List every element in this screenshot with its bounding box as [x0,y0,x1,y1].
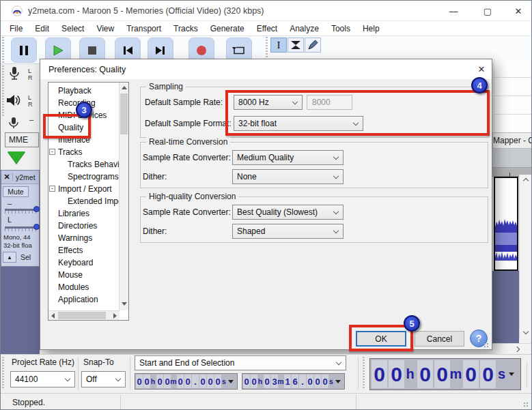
vertical-scrollbar[interactable] [519,175,532,338]
loop-icon [232,45,246,56]
cancel-button[interactable]: Cancel [415,331,464,347]
time-format-dropdown-icon[interactable] [334,374,342,389]
tree-scroll-right-icon[interactable] [113,313,117,319]
tree-item-mouse[interactable]: Mouse [48,269,128,281]
track-control-panel: ✕ y2met Mute – L Mono, 44 32-bit floa ▲ … [1,170,40,267]
time-format-dropdown-icon[interactable] [507,359,516,390]
select-button-partial[interactable]: Sel [20,253,31,261]
tree-horizontal-scrollbar[interactable] [48,310,120,320]
play-at-speed-button[interactable] [8,151,25,164]
gain-slider-thumb[interactable] [33,206,40,212]
audio-output-select[interactable]: Mapper - O [492,132,532,149]
envelope-tool-button[interactable] [288,38,304,53]
realtime-dither-select[interactable]: None [232,169,344,184]
snap-to-label: Snap-To [83,357,114,367]
tree-item-keyboard[interactable]: Keyboard [48,257,128,269]
tree-item-warnings[interactable]: Warnings [48,232,128,244]
horizontal-scrollbar[interactable] [492,343,532,354]
menu-view[interactable]: View [90,23,120,35]
minimize-button[interactable]: — [438,1,469,21]
time-format-dropdown-icon[interactable] [227,374,235,389]
toolbar-grip[interactable] [2,37,4,63]
tree-scroll-thumb[interactable] [120,93,128,134]
draw-tool-button[interactable] [305,38,321,53]
track-close-icon[interactable]: ✕ [1,173,12,181]
play-meter-button[interactable] [6,93,23,111]
status-bar: Stopped. [1,393,532,410]
highquality-dither-select[interactable]: Shaped [232,224,344,239]
tree-vertical-scrollbar[interactable] [119,83,128,310]
menu-effect[interactable]: Effect [251,23,283,35]
tree-expander-icon[interactable]: - [49,186,55,192]
realtime-src-select[interactable]: Medium Quality [232,150,344,165]
record-meter-button[interactable] [8,66,21,85]
tree-item-modules[interactable]: Modules [48,281,128,293]
tree-scroll-up-icon[interactable] [122,86,127,89]
tree-item-spectrograms[interactable]: Spectrograms [48,171,128,183]
microphone-icon [8,66,21,83]
time-digit: 0 [322,375,328,388]
time-unit: h [257,374,263,389]
snap-to-select[interactable]: Off [81,371,126,387]
scroll-right-icon[interactable] [513,345,521,353]
tree-scroll-down-icon[interactable] [122,302,127,306]
annotation-box-ok [349,325,413,351]
tree-item-libraries[interactable]: Libraries [48,207,128,220]
recording-volume-icon [8,117,20,132]
mute-button[interactable]: Mute [3,186,29,197]
tree-scroll-left-icon[interactable] [51,313,55,319]
annotation-badge-3: 3 [76,102,92,118]
pause-button[interactable] [11,38,37,63]
dialog-close-button[interactable]: ✕ [471,59,492,79]
menu-generate[interactable]: Generate [204,23,251,35]
highquality-src-select[interactable]: Best Quality (Slowest) [232,205,344,220]
realtime-src-label: Sample Rate Converter: [143,153,231,162]
tree-item-playback[interactable]: Playback [48,85,128,97]
tree-item-import-export[interactable]: -Import / Export [48,183,128,195]
window-resize-grip[interactable] [523,402,529,407]
selection-toolbar-grip[interactable] [2,357,4,390]
tree-item-directories[interactable]: Directories [48,220,128,232]
scroll-up-icon[interactable] [522,177,530,185]
play-icon [53,45,64,56]
time-digit: 0 [199,375,206,388]
menu-select[interactable]: Select [55,23,90,35]
tree-item-extended-import[interactable]: Extended Import [48,195,128,207]
audio-host-select[interactable]: MME [5,132,39,147]
meter-toolbar-grip[interactable] [2,65,4,116]
time-digit: 0 [184,375,191,388]
time-toolbar-grip[interactable] [363,357,365,390]
menu-analyze[interactable]: Analyze [283,23,325,35]
menu-transport[interactable]: Transport [120,23,167,35]
project-rate-select[interactable]: 44100 [10,371,75,387]
selection-start-time[interactable]: 00h00m00.000s [135,373,238,390]
menu-help[interactable]: Help [356,23,386,35]
gain-slider[interactable] [5,209,39,214]
collapse-track-button[interactable]: ▲ [3,252,16,263]
selection-end-time[interactable]: 00h03m16.000s [242,373,345,390]
dialog-resize-grip[interactable] [484,342,489,348]
audacity-window: y2meta.com - Maroon 5 - Memories (Offici… [0,0,532,410]
tree-expander-icon[interactable]: - [49,149,55,155]
waveform-track[interactable] [494,177,518,271]
tree-item-tracks-behaviors[interactable]: Tracks Behaviors [48,158,128,171]
selection-mode-select[interactable]: Start and End of Selection [135,355,346,370]
close-button[interactable]: ✕ [503,1,532,21]
scroll-down-icon[interactable] [522,327,530,336]
menu-tools[interactable]: Tools [325,23,356,35]
tree-hscroll-thumb[interactable] [58,312,106,319]
stop-icon [87,46,97,55]
pan-slider-thumb[interactable] [33,224,40,230]
tree-item-application[interactable]: Application [48,293,128,306]
menu-file[interactable]: File [3,23,29,35]
tree-item-effects[interactable]: Effects [48,244,128,257]
audio-position-display[interactable]: 00h00m00s [369,358,521,390]
maximize-button[interactable]: ▢ [472,1,503,21]
pan-slider[interactable] [5,226,39,231]
tree-item-tracks[interactable]: -Tracks [48,146,128,158]
selection-tool-button[interactable]: I [270,38,287,53]
menu-tracks[interactable]: Tracks [167,23,204,35]
menu-edit[interactable]: Edit [29,23,55,35]
track-name[interactable]: y2met [12,173,36,181]
mixer-toolbar [8,117,20,134]
